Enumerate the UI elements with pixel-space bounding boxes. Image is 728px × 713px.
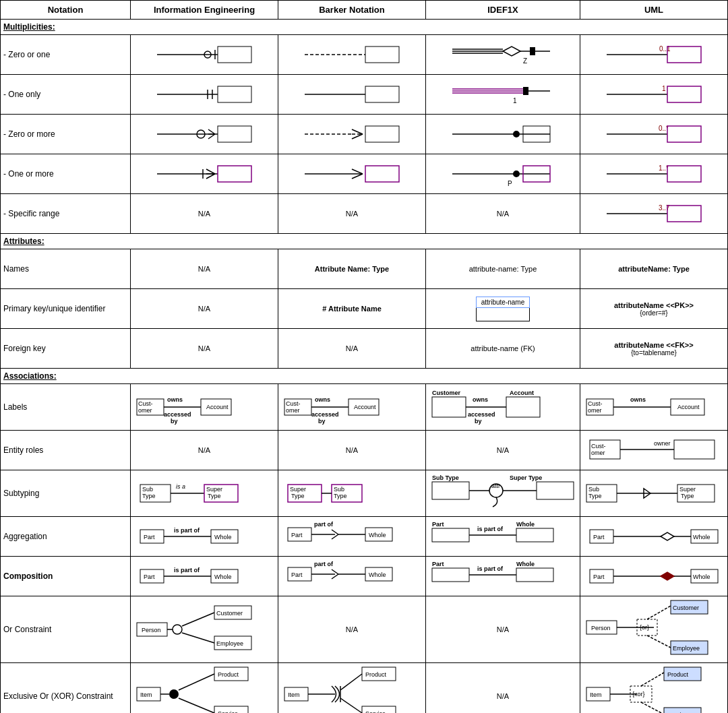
svg-line-224 — [179, 674, 214, 690]
row-associations-heading: Associations: — [1, 369, 728, 384]
svg-text:Super: Super — [679, 486, 696, 493]
svg-point-62 — [513, 170, 520, 177]
idef1x-subtyping-svg: Sub Type Super Type attr — [429, 473, 577, 514]
barker-subtyping: SuperType SubType — [281, 476, 423, 510]
uml-names: attributeName: Type — [583, 252, 725, 286]
svg-text:Customer: Customer — [216, 610, 243, 617]
ie-foreign-key: N/A — [133, 332, 275, 365]
svg-text:Sub Type: Sub Type — [432, 474, 459, 481]
ie-zero-or-more-svg — [150, 121, 258, 148]
entity-roles-label: Entity roles — [3, 445, 43, 455]
idef1x-aggregation-svg: Part Whole is part of — [429, 520, 577, 553]
ie-xor-constraint: Item Product Service — [133, 666, 275, 713]
uml-composition-svg: Part Whole — [586, 563, 721, 590]
uml-aggregation: Part Whole — [583, 520, 725, 553]
svg-line-214 — [647, 606, 671, 619]
svg-line-153 — [332, 530, 338, 534]
barker-entity-roles: N/A — [281, 433, 423, 467]
svg-rect-31 — [667, 86, 701, 102]
idef1x-composition-svg: Part Whole is part of — [429, 559, 577, 593]
ie-xor-constraint-svg: Item Product Service — [133, 666, 275, 713]
ie-one-only-svg — [150, 81, 258, 108]
labels-label: Labels — [3, 402, 27, 412]
svg-text:Service: Service — [365, 710, 386, 713]
ie-primary-key: N/A — [133, 292, 275, 326]
xor-constraint-label: Exclusive Or (XOR) Constraint — [3, 691, 113, 701]
svg-text:Account: Account — [510, 390, 534, 396]
svg-text:Person: Person — [142, 627, 161, 633]
svg-line-182 — [332, 574, 338, 579]
ie-aggregation: Part is part of Whole — [133, 520, 275, 553]
idef1x-xor-constraint: N/A — [429, 679, 577, 713]
svg-text:omer: omer — [286, 407, 300, 414]
svg-text:Z: Z — [523, 57, 527, 65]
svg-line-40 — [352, 134, 363, 139]
idef1x-one-only-svg: 1 — [449, 78, 557, 111]
barker-aggregation: Part part of Whole — [281, 520, 423, 553]
svg-text:Sub: Sub — [142, 486, 153, 493]
uml-labels: Cust-omer owns Account — [583, 387, 725, 427]
svg-text:owner: owner — [654, 440, 671, 447]
ie-zero-or-more — [133, 117, 275, 151]
svg-line-245 — [641, 673, 664, 686]
barker-labels: Cust-omer owns accessed by Account — [281, 387, 423, 427]
row-xor-constraint: Exclusive Or (XOR) Constraint Item Produ… — [1, 663, 728, 714]
ie-one-only — [133, 78, 275, 111]
barker-names: Attribute Name: Type — [281, 252, 423, 286]
svg-text:Person: Person — [591, 625, 611, 631]
aggregation-label: Aggregation — [3, 532, 47, 541]
header-row: Notation Information Engineering Barker … — [1, 1, 728, 20]
row-entity-roles: Entity roles N/A N/A N/A — [1, 431, 728, 470]
multiplicities-label: Multiplicities: — [3, 22, 55, 32]
idef1x-labels-svg: Customer Account owns accessed by — [429, 387, 577, 427]
one-only-label: - One only — [3, 90, 40, 99]
svg-rect-92 — [432, 397, 466, 417]
idef1x-primary-key: attribute-name — [429, 292, 577, 326]
uml-composition: Part Whole — [583, 559, 725, 593]
svg-rect-42 — [365, 126, 399, 142]
ie-aggregation-svg: Part is part of Whole — [137, 523, 272, 550]
svg-line-181 — [332, 569, 338, 574]
ie-composition-svg: Part is part of Whole — [137, 563, 272, 590]
associations-label: Associations: — [3, 371, 57, 381]
svg-rect-128 — [432, 482, 469, 499]
svg-marker-195 — [661, 572, 674, 580]
svg-line-204 — [182, 633, 214, 643]
idef1x-composition: Part Whole is part of — [429, 559, 577, 593]
svg-text:Whole: Whole — [214, 574, 232, 580]
col-ie: Information Engineering — [131, 1, 278, 20]
row-primary-key: Primary key/unique identifier N/A # Attr… — [1, 289, 728, 329]
svg-text:Account: Account — [354, 404, 376, 410]
ie-subtyping-svg: SubType is a SuperType — [137, 476, 272, 510]
svg-text:accessed: accessed — [311, 411, 339, 418]
uml-or-constraint: Person {or} Customer Employee — [583, 599, 725, 660]
idef1x-fk-text: attribute-name (FK) — [471, 344, 535, 352]
svg-rect-20 — [218, 86, 251, 102]
svg-text:omer: omer — [138, 407, 152, 414]
idef1x-one-only: 1 — [429, 78, 577, 111]
row-specific-range: - Specific range N/A N/A N/A — [1, 194, 728, 234]
svg-text:Part: Part — [432, 521, 444, 528]
row-foreign-key: Foreign key N/A N/A attribute-name (FK) — [1, 329, 728, 369]
svg-text:owns: owns — [473, 396, 488, 403]
idef1x-one-or-more-svg: P — [449, 160, 557, 187]
row-aggregation: Aggregation Part is part of Whole — [1, 517, 728, 557]
col-uml: UML — [580, 1, 728, 20]
svg-text:{or}: {or} — [640, 624, 649, 631]
idef1x-labels: Customer Account owns accessed by — [429, 387, 577, 427]
ie-specific-range: N/A — [133, 197, 275, 230]
svg-line-246 — [641, 702, 664, 713]
idef1x-names-text: attribute-name: Type — [469, 265, 537, 273]
svg-text:Employee: Employee — [673, 645, 700, 652]
svg-text:Sub: Sub — [588, 486, 599, 493]
svg-point-222 — [169, 689, 179, 699]
svg-point-44 — [513, 131, 520, 137]
col-barker: Barker Notation — [278, 1, 426, 20]
svg-text:Whole: Whole — [214, 534, 232, 540]
uml-primary-key: attributeName <<PK>> {order=#} — [583, 292, 725, 326]
svg-rect-16 — [667, 46, 701, 63]
uml-entity-roles-svg: Cust-omer owner — [586, 433, 721, 467]
svg-text:Super: Super — [290, 486, 306, 493]
names-label: Names — [3, 264, 29, 274]
barker-composition-svg: Part part of Whole — [284, 559, 419, 593]
